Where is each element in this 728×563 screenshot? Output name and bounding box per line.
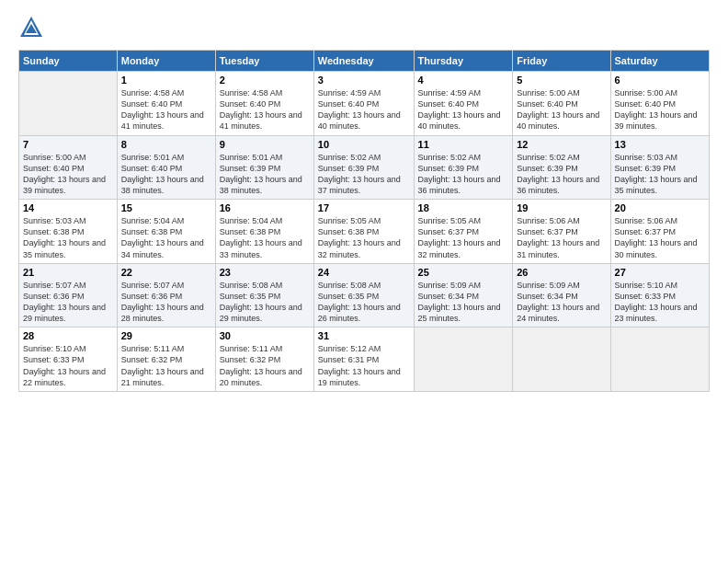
day-number: 31: [318, 330, 410, 341]
calendar-week-1: 7Sunrise: 5:00 AMSunset: 6:40 PMDaylight…: [19, 135, 710, 200]
calendar-cell: 19Sunrise: 5:06 AMSunset: 6:37 PMDayligh…: [513, 200, 610, 264]
day-detail: Sunrise: 5:06 AMSunset: 6:37 PMDaylight:…: [615, 215, 705, 260]
calendar-cell: 2Sunrise: 4:58 AMSunset: 6:40 PMDaylight…: [215, 72, 313, 136]
calendar-cell: 6Sunrise: 5:00 AMSunset: 6:40 PMDaylight…: [610, 72, 709, 136]
day-number: 6: [615, 75, 705, 86]
col-header-sunday: Sunday: [19, 51, 118, 72]
day-detail: Sunrise: 5:12 AMSunset: 6:31 PMDaylight:…: [318, 343, 410, 388]
day-number: 21: [23, 267, 113, 278]
day-detail: Sunrise: 4:58 AMSunset: 6:40 PMDaylight:…: [121, 87, 211, 132]
calendar-cell: [19, 72, 118, 136]
calendar-cell: [610, 327, 709, 392]
day-detail: Sunrise: 5:07 AMSunset: 6:36 PMDaylight:…: [23, 280, 113, 325]
calendar-cell: 18Sunrise: 5:05 AMSunset: 6:37 PMDayligh…: [414, 200, 513, 264]
calendar-cell: 11Sunrise: 5:02 AMSunset: 6:39 PMDayligh…: [414, 135, 513, 200]
day-detail: Sunrise: 5:03 AMSunset: 6:38 PMDaylight:…: [23, 215, 113, 260]
calendar-cell: 29Sunrise: 5:11 AMSunset: 6:32 PMDayligh…: [117, 327, 215, 392]
day-number: 30: [220, 330, 310, 341]
calendar-cell: 8Sunrise: 5:01 AMSunset: 6:40 PMDaylight…: [117, 135, 215, 200]
day-detail: Sunrise: 5:02 AMSunset: 6:39 PMDaylight:…: [418, 152, 509, 197]
calendar-week-3: 21Sunrise: 5:07 AMSunset: 6:36 PMDayligh…: [19, 263, 710, 327]
calendar-cell: 15Sunrise: 5:04 AMSunset: 6:38 PMDayligh…: [117, 200, 215, 264]
day-detail: Sunrise: 5:06 AMSunset: 6:37 PMDaylight:…: [517, 215, 606, 260]
day-number: 2: [220, 75, 310, 86]
day-number: 27: [615, 267, 705, 278]
day-number: 17: [318, 202, 410, 213]
day-detail: Sunrise: 5:11 AMSunset: 6:32 PMDaylight:…: [121, 343, 211, 388]
calendar-week-4: 28Sunrise: 5:10 AMSunset: 6:33 PMDayligh…: [19, 327, 710, 392]
calendar-week-0: 1Sunrise: 4:58 AMSunset: 6:40 PMDaylight…: [19, 72, 710, 136]
day-number: 4: [418, 75, 509, 86]
calendar-cell: 30Sunrise: 5:11 AMSunset: 6:32 PMDayligh…: [215, 327, 313, 392]
calendar-cell: 24Sunrise: 5:08 AMSunset: 6:35 PMDayligh…: [313, 263, 414, 327]
calendar-week-2: 14Sunrise: 5:03 AMSunset: 6:38 PMDayligh…: [19, 200, 710, 264]
day-number: 16: [220, 202, 310, 213]
day-number: 18: [418, 202, 509, 213]
day-detail: Sunrise: 5:11 AMSunset: 6:32 PMDaylight:…: [220, 343, 310, 388]
day-number: 9: [220, 139, 310, 150]
day-number: 20: [615, 202, 705, 213]
day-detail: Sunrise: 4:59 AMSunset: 6:40 PMDaylight:…: [318, 87, 410, 132]
calendar-cell: 26Sunrise: 5:09 AMSunset: 6:34 PMDayligh…: [513, 263, 610, 327]
day-number: 14: [23, 202, 113, 213]
day-detail: Sunrise: 5:05 AMSunset: 6:37 PMDaylight:…: [418, 215, 509, 260]
calendar-cell: [513, 327, 610, 392]
day-number: 22: [121, 267, 211, 278]
calendar-cell: 23Sunrise: 5:08 AMSunset: 6:35 PMDayligh…: [215, 263, 313, 327]
col-header-thursday: Thursday: [414, 51, 513, 72]
calendar-cell: 21Sunrise: 5:07 AMSunset: 6:36 PMDayligh…: [19, 263, 118, 327]
day-detail: Sunrise: 5:07 AMSunset: 6:36 PMDaylight:…: [121, 280, 211, 325]
day-detail: Sunrise: 5:01 AMSunset: 6:40 PMDaylight:…: [121, 152, 211, 197]
day-detail: Sunrise: 5:10 AMSunset: 6:33 PMDaylight:…: [23, 343, 113, 388]
day-detail: Sunrise: 5:04 AMSunset: 6:38 PMDaylight:…: [121, 215, 211, 260]
day-number: 12: [517, 139, 606, 150]
calendar-cell: 5Sunrise: 5:00 AMSunset: 6:40 PMDaylight…: [513, 72, 610, 136]
calendar-cell: 9Sunrise: 5:01 AMSunset: 6:39 PMDaylight…: [215, 135, 313, 200]
col-header-wednesday: Wednesday: [313, 51, 414, 72]
day-number: 11: [418, 139, 509, 150]
calendar-cell: 1Sunrise: 4:58 AMSunset: 6:40 PMDaylight…: [117, 72, 215, 136]
day-detail: Sunrise: 5:09 AMSunset: 6:34 PMDaylight:…: [418, 280, 509, 325]
day-number: 5: [517, 75, 606, 86]
day-detail: Sunrise: 5:00 AMSunset: 6:40 PMDaylight:…: [23, 152, 113, 197]
calendar-table: SundayMondayTuesdayWednesdayThursdayFrid…: [18, 50, 710, 392]
calendar-cell: 28Sunrise: 5:10 AMSunset: 6:33 PMDayligh…: [19, 327, 118, 392]
page: SundayMondayTuesdayWednesdayThursdayFrid…: [0, 0, 728, 563]
day-detail: Sunrise: 5:09 AMSunset: 6:34 PMDaylight:…: [517, 280, 606, 325]
day-detail: Sunrise: 4:59 AMSunset: 6:40 PMDaylight:…: [418, 87, 509, 132]
day-detail: Sunrise: 5:00 AMSunset: 6:40 PMDaylight:…: [517, 87, 606, 132]
day-number: 29: [121, 330, 211, 341]
calendar-cell: 16Sunrise: 5:04 AMSunset: 6:38 PMDayligh…: [215, 200, 313, 264]
day-number: 19: [517, 202, 606, 213]
day-number: 10: [318, 139, 410, 150]
calendar-cell: 17Sunrise: 5:05 AMSunset: 6:38 PMDayligh…: [313, 200, 414, 264]
calendar-cell: 27Sunrise: 5:10 AMSunset: 6:33 PMDayligh…: [610, 263, 709, 327]
day-number: 8: [121, 139, 211, 150]
calendar-cell: 25Sunrise: 5:09 AMSunset: 6:34 PMDayligh…: [414, 263, 513, 327]
day-detail: Sunrise: 5:04 AMSunset: 6:38 PMDaylight:…: [220, 215, 310, 260]
logo: [18, 15, 48, 40]
day-detail: Sunrise: 5:03 AMSunset: 6:39 PMDaylight:…: [615, 152, 705, 197]
col-header-tuesday: Tuesday: [215, 51, 313, 72]
day-number: 25: [418, 267, 509, 278]
col-header-saturday: Saturday: [610, 51, 709, 72]
col-header-monday: Monday: [117, 51, 215, 72]
day-detail: Sunrise: 5:02 AMSunset: 6:39 PMDaylight:…: [517, 152, 606, 197]
day-detail: Sunrise: 5:01 AMSunset: 6:39 PMDaylight:…: [220, 152, 310, 197]
calendar-cell: 3Sunrise: 4:59 AMSunset: 6:40 PMDaylight…: [313, 72, 414, 136]
day-detail: Sunrise: 4:58 AMSunset: 6:40 PMDaylight:…: [220, 87, 310, 132]
calendar-cell: 12Sunrise: 5:02 AMSunset: 6:39 PMDayligh…: [513, 135, 610, 200]
day-number: 15: [121, 202, 211, 213]
day-number: 1: [121, 75, 211, 86]
day-number: 24: [318, 267, 410, 278]
calendar-cell: 13Sunrise: 5:03 AMSunset: 6:39 PMDayligh…: [610, 135, 709, 200]
day-detail: Sunrise: 5:00 AMSunset: 6:40 PMDaylight:…: [615, 87, 705, 132]
calendar-cell: 14Sunrise: 5:03 AMSunset: 6:38 PMDayligh…: [19, 200, 118, 264]
day-number: 13: [615, 139, 705, 150]
day-number: 26: [517, 267, 606, 278]
day-detail: Sunrise: 5:05 AMSunset: 6:38 PMDaylight:…: [318, 215, 410, 260]
day-number: 23: [220, 267, 310, 278]
calendar-cell: 4Sunrise: 4:59 AMSunset: 6:40 PMDaylight…: [414, 72, 513, 136]
calendar-cell: 22Sunrise: 5:07 AMSunset: 6:36 PMDayligh…: [117, 263, 215, 327]
day-detail: Sunrise: 5:10 AMSunset: 6:33 PMDaylight:…: [615, 280, 705, 325]
